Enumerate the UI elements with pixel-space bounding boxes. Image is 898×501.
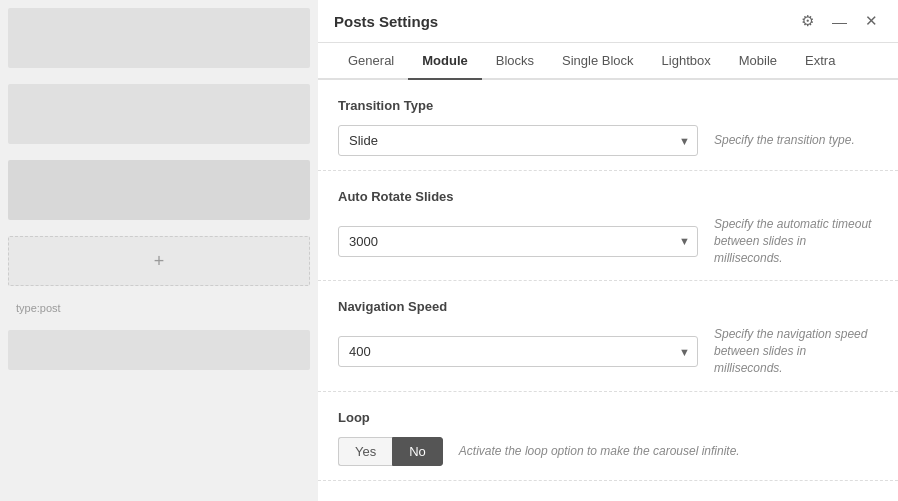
transition-type-select[interactable]: Slide Fade None bbox=[338, 125, 698, 156]
navigation-section: Navigation Yes No Activate the navigatio… bbox=[318, 481, 898, 501]
close-button[interactable]: ✕ bbox=[861, 10, 882, 32]
tab-blocks[interactable]: Blocks bbox=[482, 43, 548, 80]
dialog-title: Posts Settings bbox=[334, 13, 438, 40]
left-panel: + type:post bbox=[0, 0, 318, 501]
left-block-2 bbox=[8, 84, 310, 144]
loop-yes-button[interactable]: Yes bbox=[338, 437, 392, 466]
left-type-label: type:post bbox=[0, 294, 318, 322]
auto-rotate-select[interactable]: 3000 5000 10000 0 bbox=[338, 226, 698, 257]
loop-no-button[interactable]: No bbox=[392, 437, 443, 466]
auto-rotate-section: Auto Rotate Slides 3000 5000 10000 0 ▼ S… bbox=[318, 171, 898, 281]
auto-rotate-select-wrapper: 3000 5000 10000 0 ▼ bbox=[338, 226, 698, 257]
minimize-button[interactable]: — bbox=[828, 11, 851, 32]
tab-lightbox[interactable]: Lightbox bbox=[648, 43, 725, 80]
transition-type-label: Transition Type bbox=[338, 98, 878, 113]
dialog-header: Posts Settings ⚙ — ✕ bbox=[318, 0, 898, 43]
content-area: Transition Type Slide Fade None ▼ Specif… bbox=[318, 80, 898, 501]
nav-speed-description: Specify the navigation speed between sli… bbox=[714, 326, 878, 376]
loop-row: Yes No Activate the loop option to make … bbox=[338, 437, 878, 466]
plus-icon: + bbox=[154, 251, 165, 272]
nav-speed-select[interactable]: 400 200 600 800 bbox=[338, 336, 698, 367]
left-footer-block bbox=[8, 330, 310, 370]
tab-extra[interactable]: Extra bbox=[791, 43, 849, 80]
tab-mobile[interactable]: Mobile bbox=[725, 43, 791, 80]
gear-icon: ⚙ bbox=[801, 12, 814, 30]
posts-settings-dialog: Posts Settings ⚙ — ✕ General Module Bloc… bbox=[318, 0, 898, 501]
tab-module[interactable]: Module bbox=[408, 43, 482, 80]
auto-rotate-row: 3000 5000 10000 0 ▼ Specify the automati… bbox=[338, 216, 878, 266]
tab-single-block[interactable]: Single Block bbox=[548, 43, 648, 80]
loop-section: Loop Yes No Activate the loop option to … bbox=[318, 392, 898, 481]
tabs-bar: General Module Blocks Single Block Light… bbox=[318, 43, 898, 80]
loop-toggle-group: Yes No bbox=[338, 437, 443, 466]
minimize-icon: — bbox=[832, 13, 847, 30]
add-block-button[interactable]: + bbox=[8, 236, 310, 286]
nav-speed-select-wrapper: 400 200 600 800 ▼ bbox=[338, 336, 698, 367]
left-block-3 bbox=[8, 160, 310, 220]
loop-description: Activate the loop option to make the car… bbox=[459, 443, 878, 460]
auto-rotate-description: Specify the automatic timeout between sl… bbox=[714, 216, 878, 266]
transition-type-description: Specify the transition type. bbox=[714, 132, 878, 149]
transition-type-select-wrapper: Slide Fade None ▼ bbox=[338, 125, 698, 156]
transition-type-section: Transition Type Slide Fade None ▼ Specif… bbox=[318, 80, 898, 171]
header-icons: ⚙ — ✕ bbox=[797, 10, 882, 42]
nav-speed-label: Navigation Speed bbox=[338, 299, 878, 314]
nav-speed-row: 400 200 600 800 ▼ Specify the navigation… bbox=[338, 326, 878, 376]
left-block-1 bbox=[8, 8, 310, 68]
transition-type-row: Slide Fade None ▼ Specify the transition… bbox=[338, 125, 878, 156]
nav-speed-section: Navigation Speed 400 200 600 800 ▼ Speci… bbox=[318, 281, 898, 391]
close-icon: ✕ bbox=[865, 12, 878, 30]
auto-rotate-label: Auto Rotate Slides bbox=[338, 189, 878, 204]
loop-label: Loop bbox=[338, 410, 878, 425]
tab-general[interactable]: General bbox=[334, 43, 408, 80]
settings-icon-button[interactable]: ⚙ bbox=[797, 10, 818, 32]
